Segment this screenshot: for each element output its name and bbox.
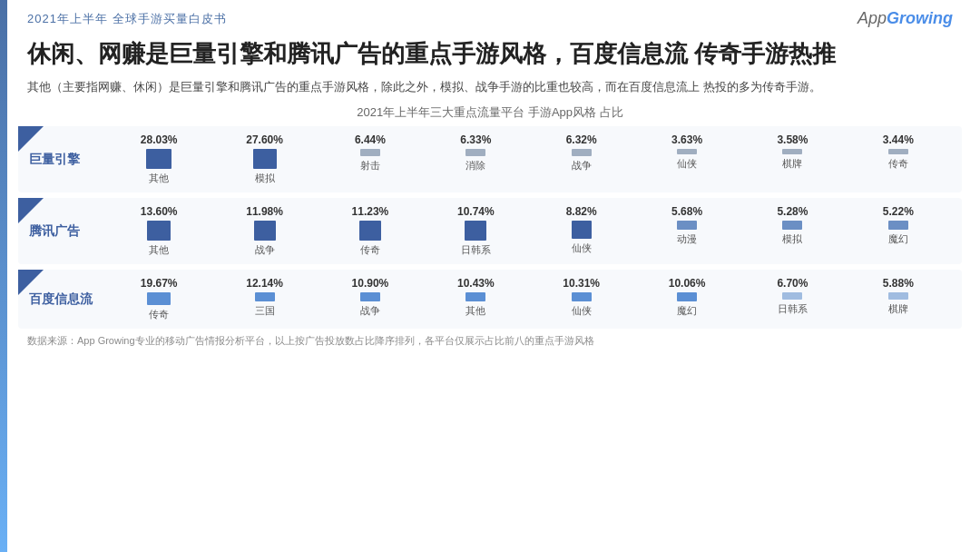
- item-pct-2-0: 19.67%: [141, 277, 178, 290]
- item-bar-1-1: [254, 221, 276, 241]
- item-cell-2-1: 12.14%三国: [211, 277, 317, 318]
- item-label-0-1: 模拟: [255, 172, 275, 185]
- footer-note: 数据来源：App Growing专业的移动广告情报分析平台，以上按广告投放数占比…: [0, 329, 980, 348]
- item-cell-0-6: 3.58%棋牌: [740, 133, 845, 171]
- item-bar-0-2: [360, 149, 380, 156]
- item-cell-1-7: 5.22%魔幻: [846, 205, 951, 246]
- item-cell-0-2: 6.44%射击: [318, 133, 423, 172]
- item-bar-2-4: [572, 292, 592, 301]
- triangle-accent-2: [18, 270, 44, 295]
- item-cell-1-0: 13.60%其他: [106, 205, 211, 257]
- item-bar-1-2: [359, 221, 381, 241]
- item-bar-2-1: [255, 292, 275, 301]
- item-pct-1-2: 11.23%: [352, 205, 389, 218]
- item-label-2-5: 魔幻: [677, 304, 697, 318]
- items-bar-0: 28.03%其他27.60%模拟6.44%射击6.33%消除6.32%战争3.6…: [106, 133, 951, 185]
- platform-row-0: 巨量引擎28.03%其他27.60%模拟6.44%射击6.33%消除6.32%战…: [18, 126, 962, 192]
- item-cell-0-0: 28.03%其他: [106, 133, 211, 185]
- item-pct-0-7: 3.44%: [883, 133, 914, 146]
- item-bar-0-0: [146, 149, 172, 169]
- item-pct-0-6: 3.58%: [777, 133, 808, 146]
- logo-area: App Growing: [858, 9, 953, 28]
- platforms-container: 巨量引擎28.03%其他27.60%模拟6.44%射击6.33%消除6.32%战…: [0, 126, 980, 329]
- item-pct-1-1: 11.98%: [246, 205, 283, 218]
- item-label-2-6: 日韩系: [778, 302, 808, 316]
- blue-accent-bar: [0, 0, 7, 552]
- item-label-2-2: 战争: [360, 304, 380, 318]
- item-label-0-2: 射击: [360, 159, 380, 172]
- item-label-2-0: 传奇: [149, 308, 169, 321]
- chart-subtitle: 2021年上半年三大重点流量平台 手游App风格 占比: [0, 104, 980, 121]
- item-cell-2-2: 10.90%战争: [318, 277, 423, 318]
- item-pct-1-5: 5.68%: [671, 205, 702, 218]
- item-label-1-7: 魔幻: [888, 232, 908, 246]
- item-pct-2-4: 10.31%: [563, 277, 600, 290]
- item-pct-0-1: 27.60%: [246, 133, 283, 146]
- platform-name-col-0: 巨量引擎: [29, 152, 106, 168]
- item-bar-0-3: [466, 149, 485, 156]
- item-bar-1-7: [888, 221, 908, 230]
- item-pct-2-5: 10.06%: [669, 277, 706, 290]
- item-label-0-4: 战争: [572, 159, 592, 172]
- item-label-1-4: 仙侠: [572, 242, 592, 255]
- page-wrapper: 2021年上半年 全球手游买量白皮书 App Growing 休闲、网赚是巨量引…: [0, 0, 980, 552]
- logo-app: App: [858, 9, 887, 28]
- item-pct-1-3: 10.74%: [457, 205, 495, 218]
- item-pct-0-3: 6.33%: [460, 133, 491, 146]
- item-pct-0-4: 6.32%: [566, 133, 597, 146]
- item-pct-1-6: 5.28%: [777, 205, 808, 218]
- report-title-small: 2021年上半年 全球手游买量白皮书: [27, 11, 227, 27]
- description: 其他（主要指网赚、休闲）是巨量引擎和腾讯广告的重点手游风格，除此之外，模拟、战争…: [0, 77, 980, 104]
- item-label-0-0: 其他: [149, 172, 169, 185]
- item-label-2-3: 其他: [466, 304, 485, 318]
- item-bar-0-6: [782, 149, 802, 154]
- item-label-0-5: 仙侠: [677, 157, 697, 171]
- item-pct-0-0: 28.03%: [141, 133, 178, 146]
- item-bar-0-4: [572, 149, 592, 156]
- item-pct-2-6: 6.70%: [777, 277, 808, 290]
- item-bar-1-0: [147, 221, 171, 241]
- logo-growing: Growing: [887, 9, 953, 28]
- item-cell-2-5: 10.06%魔幻: [634, 277, 740, 318]
- item-cell-2-4: 10.31%仙侠: [529, 277, 634, 318]
- item-bar-2-0: [147, 292, 171, 305]
- item-pct-1-7: 5.22%: [883, 205, 914, 218]
- item-bar-2-3: [466, 292, 485, 301]
- item-cell-0-3: 6.33%消除: [423, 133, 528, 172]
- item-cell-0-4: 6.32%战争: [529, 133, 634, 172]
- item-label-2-4: 仙侠: [572, 304, 592, 318]
- item-pct-2-3: 10.43%: [457, 277, 495, 290]
- item-label-0-6: 棋牌: [782, 157, 802, 171]
- item-label-1-6: 模拟: [782, 232, 802, 246]
- item-bar-0-5: [677, 149, 697, 154]
- item-pct-1-0: 13.60%: [141, 205, 178, 218]
- triangle-accent-0: [18, 126, 44, 152]
- item-bar-0-1: [253, 149, 277, 169]
- items-bar-1: 13.60%其他11.98%战争11.23%传奇10.74%日韩系8.82%仙侠…: [106, 205, 951, 257]
- item-pct-2-7: 5.88%: [883, 277, 914, 290]
- item-bar-2-2: [360, 292, 380, 301]
- item-bar-2-6: [782, 292, 802, 300]
- platform-row-2: 百度信息流19.67%传奇12.14%三国10.90%战争10.43%其他10.…: [18, 270, 962, 329]
- item-label-2-7: 棋牌: [888, 302, 908, 316]
- platform-row-1: 腾讯广告13.60%其他11.98%战争11.23%传奇10.74%日韩系8.8…: [18, 198, 962, 264]
- item-pct-1-4: 8.82%: [566, 205, 597, 218]
- item-bar-1-6: [782, 221, 802, 230]
- item-pct-0-2: 6.44%: [355, 133, 386, 146]
- item-pct-0-5: 3.63%: [671, 133, 702, 146]
- top-bar: 2021年上半年 全球手游买量白皮书 App Growing: [0, 0, 980, 34]
- item-bar-2-5: [677, 292, 697, 301]
- item-cell-2-7: 5.88%棋牌: [846, 277, 951, 316]
- item-bar-2-7: [888, 292, 908, 300]
- item-cell-0-1: 27.60%模拟: [211, 133, 317, 185]
- main-heading: 休闲、网赚是巨量引擎和腾讯广告的重点手游风格，百度信息流 传奇手游热推: [0, 34, 980, 77]
- item-cell-1-2: 11.23%传奇: [318, 205, 423, 257]
- item-cell-1-4: 8.82%仙侠: [529, 205, 634, 255]
- item-cell-2-0: 19.67%传奇: [106, 277, 211, 321]
- item-cell-1-3: 10.74%日韩系: [423, 205, 528, 257]
- item-label-1-1: 战争: [255, 243, 275, 257]
- item-label-1-3: 日韩系: [461, 243, 491, 257]
- item-pct-2-2: 10.90%: [352, 277, 389, 290]
- item-cell-2-3: 10.43%其他: [423, 277, 528, 318]
- platform-name-0: 巨量引擎: [29, 152, 80, 168]
